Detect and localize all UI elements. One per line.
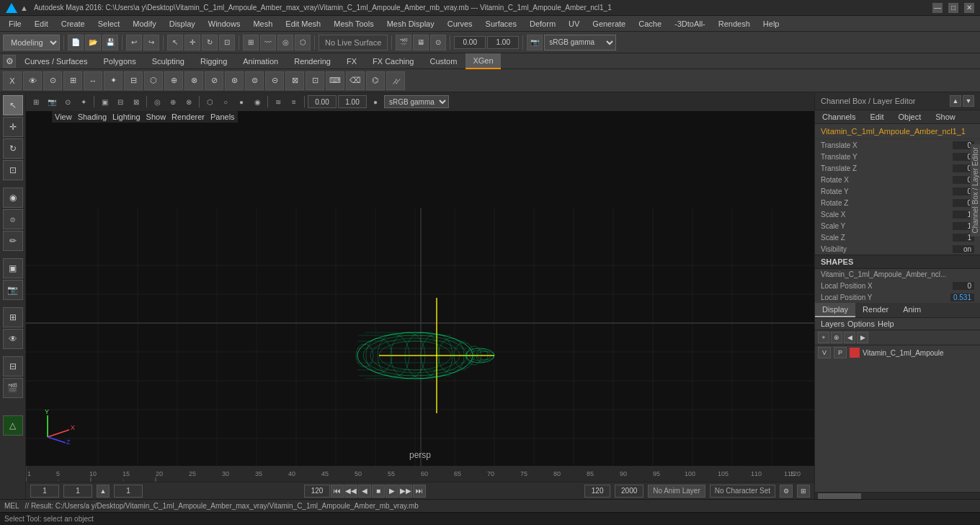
viewport-num2-input[interactable] — [487, 36, 519, 49]
channel-translate-z[interactable]: Translate Z 0 — [815, 162, 980, 174]
vp-tb-btn11[interactable]: ⬡ — [202, 94, 217, 109]
vp-tb-btn2[interactable]: 📷 — [45, 94, 59, 109]
undo-button[interactable]: ↩ — [126, 35, 142, 50]
cb-tab-edit[interactable]: Edit — [863, 110, 891, 123]
move-tool-button[interactable]: ✛ — [184, 35, 200, 50]
play-forward-button[interactable]: ▶ — [386, 485, 398, 498]
gamma-select[interactable]: sRGB gamma — [544, 35, 616, 50]
anim-options-btn[interactable]: ⊞ — [797, 485, 810, 498]
menu-item-generate[interactable]: Generate — [587, 18, 631, 30]
menu-item-file[interactable]: File — [3, 18, 27, 30]
menu-item-curves[interactable]: Curves — [442, 18, 478, 30]
menu-item-cache[interactable]: Cache — [633, 18, 667, 30]
layer-visibility-btn[interactable]: V — [818, 347, 831, 358]
vp-tb-btn15[interactable]: ≋ — [271, 94, 285, 109]
start-frame-input[interactable] — [30, 485, 59, 498]
maya-icon-lt[interactable]: △ — [3, 415, 23, 436]
select-tool-lt[interactable]: ↖ — [3, 95, 23, 115]
xgen-icon17[interactable]: ⌨ — [326, 71, 344, 90]
timeline-ruler[interactable]: 1 5 10 15 20 25 30 35 40 45 50 55 60 65 — [26, 466, 814, 482]
hscroll-thumb[interactable] — [818, 493, 861, 499]
viewport-num1-input[interactable] — [454, 36, 486, 49]
menu-item-windows[interactable]: Windows — [202, 18, 246, 30]
fast-forward-button[interactable]: ⏭ — [413, 485, 426, 498]
vp-tb-btn13[interactable]: ● — [234, 94, 249, 109]
vp-tb-btn10[interactable]: ⊗ — [182, 94, 196, 109]
tab-fx-caching[interactable]: FX Caching — [365, 53, 421, 69]
vp-tb-btn8[interactable]: ◎ — [150, 94, 164, 109]
soft-select-lt[interactable]: ◉ — [3, 188, 23, 208]
maximize-button[interactable]: □ — [948, 3, 958, 13]
tab-xgen[interactable]: XGen — [466, 53, 500, 69]
xgen-icon14[interactable]: ⊝ — [265, 71, 284, 90]
menu-item-edit[interactable]: Edit — [29, 18, 54, 30]
menu-item-uv[interactable]: UV — [563, 18, 585, 30]
lasso-select-lt[interactable]: ⌾ — [3, 209, 23, 229]
tab-settings-icon[interactable]: ⚙ — [3, 55, 16, 68]
stop-button[interactable]: ■ — [372, 485, 385, 498]
vp-tb-btn14[interactable]: ◉ — [250, 94, 264, 109]
layers-tab-layers[interactable]: Layers — [821, 319, 845, 328]
display-settings-button[interactable]: 🖥 — [413, 35, 429, 50]
attribute-editor-tab[interactable]: Channel Box / Layer Editor — [970, 144, 980, 237]
workspace-dropdown[interactable]: Modeling — [3, 35, 60, 50]
render-lt[interactable]: 🎬 — [3, 378, 23, 398]
layer-add-btn[interactable]: + — [818, 332, 829, 343]
vp-menu-lighting[interactable]: Lighting — [112, 112, 141, 121]
open-scene-button[interactable]: 📂 — [85, 35, 101, 50]
vp-val2-input[interactable] — [338, 95, 367, 108]
menu-item-mesh-tools[interactable]: Mesh Tools — [328, 18, 379, 30]
layers-tab-help[interactable]: Help — [878, 319, 894, 328]
xgen-icon19[interactable]: ⌬ — [366, 71, 385, 90]
snap-grid-button[interactable]: ⊞ — [243, 35, 259, 50]
layer-back-btn[interactable]: ◀ — [844, 332, 855, 343]
xgen-icon12[interactable]: ⊛ — [225, 71, 244, 90]
new-scene-button[interactable]: 📄 — [68, 35, 84, 50]
channel-local-pos-x[interactable]: Local Position X 0 — [815, 280, 980, 291]
close-button[interactable]: ✕ — [964, 3, 974, 13]
xgen-icon9[interactable]: ⊕ — [164, 71, 183, 90]
render-button[interactable]: 🎬 — [396, 35, 411, 50]
dra-tab-display[interactable]: Display — [815, 303, 855, 317]
xgen-icon3[interactable]: ⊙ — [43, 71, 62, 90]
channel-rotate-z[interactable]: Rotate Z 0 — [815, 197, 980, 208]
rp-horizontal-scrollbar[interactable] — [815, 492, 980, 499]
menu-item-create[interactable]: Create — [55, 18, 91, 30]
channel-translate-x[interactable]: Translate X 0 — [815, 139, 980, 151]
channel-rotate-y[interactable]: Rotate Y 0 — [815, 185, 980, 197]
xgen-icon10[interactable]: ⊗ — [184, 71, 203, 90]
frame-marker-btn[interactable]: ▲ — [97, 485, 110, 498]
char-set-settings-btn[interactable]: ⚙ — [780, 485, 793, 498]
menu-item-help[interactable]: Help — [757, 18, 785, 30]
layer-playback-btn[interactable]: P — [834, 347, 847, 358]
menu-item-edit-mesh[interactable]: Edit Mesh — [280, 18, 326, 30]
play-back-button[interactable]: ◀ — [358, 485, 371, 498]
channel-visibility[interactable]: Visibility on — [815, 243, 980, 255]
playback-end-input[interactable] — [304, 485, 330, 498]
channel-scale-z[interactable]: Scale Z 1 — [815, 231, 980, 243]
menu-item-surfaces[interactable]: Surfaces — [480, 18, 522, 30]
xgen-icon11[interactable]: ⊘ — [205, 71, 223, 90]
snap-point-button[interactable]: ◎ — [277, 35, 293, 50]
vp-menu-show[interactable]: Show — [146, 112, 166, 121]
region-select-lt[interactable]: ▣ — [3, 258, 23, 278]
rewind-button[interactable]: ⏮ — [331, 485, 344, 498]
vp-menu-view[interactable]: View — [55, 112, 72, 121]
viewport-main[interactable]: View Shading Lighting Show Renderer Pane… — [26, 92, 814, 466]
tab-animation[interactable]: Animation — [236, 53, 285, 69]
cb-tab-show[interactable]: Show — [928, 110, 963, 123]
cb-tab-channels[interactable]: Channels — [815, 110, 863, 123]
vp-menu-shading[interactable]: Shading — [78, 112, 107, 121]
xgen-icon8[interactable]: ⬡ — [144, 71, 163, 90]
tab-rigging[interactable]: Rigging — [193, 53, 234, 69]
viewport-cam-button[interactable]: 📷 — [527, 35, 543, 50]
layers-tab-options[interactable]: Options — [847, 319, 875, 328]
redo-button[interactable]: ↪ — [143, 35, 159, 50]
tab-polygons[interactable]: Polygons — [96, 53, 143, 69]
channel-local-pos-y[interactable]: Local Position Y 0.531 — [815, 291, 980, 303]
current-frame-input[interactable] — [63, 485, 92, 498]
paint-tool-lt[interactable]: ✏ — [3, 231, 23, 251]
menu-item-modify[interactable]: Modify — [127, 18, 161, 30]
vp-tb-btn17[interactable]: ● — [368, 94, 383, 109]
xgen-icon5[interactable]: ↔ — [84, 71, 102, 90]
